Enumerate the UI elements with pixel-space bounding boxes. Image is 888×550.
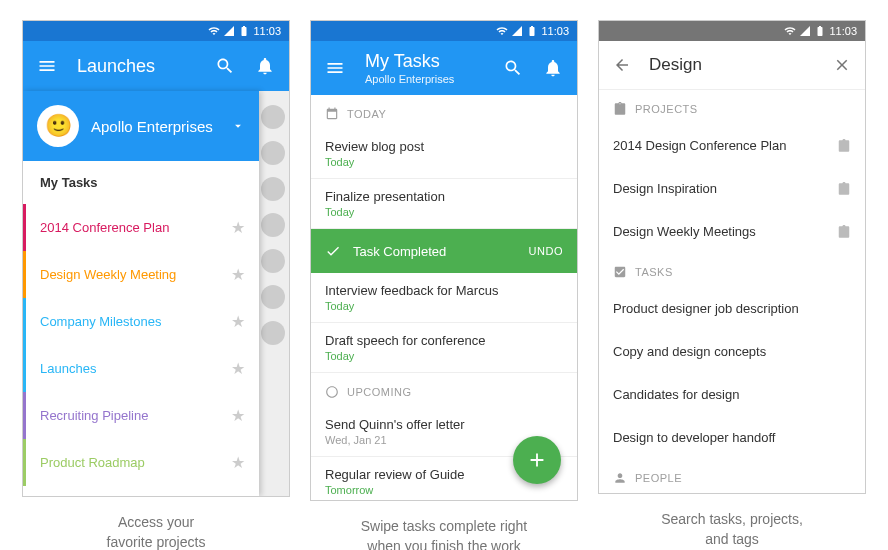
battery-icon — [814, 25, 826, 37]
section-tasks: TASKS — [599, 253, 865, 287]
avatar: 🙂 — [37, 105, 79, 147]
nav-my-tasks[interactable]: My Tasks — [23, 161, 259, 204]
task-meta: Today — [325, 156, 563, 168]
search-result-project[interactable]: Design Inspiration — [599, 167, 865, 210]
project-label: Product Roadmap — [40, 455, 231, 470]
task-item[interactable]: Finalize presentationToday — [311, 179, 577, 229]
bell-icon[interactable] — [255, 56, 275, 76]
task-meta: Today — [325, 350, 563, 362]
project-label: 2014 Conference Plan — [40, 220, 231, 235]
status-bar: 11:03 — [311, 21, 577, 41]
nav-view-all[interactable]: View All Projects — [23, 486, 259, 497]
person-icon — [613, 471, 627, 485]
project-label: Design Weekly Meeting — [40, 267, 231, 282]
task-item[interactable]: Interview feedback for MarcusToday — [311, 273, 577, 323]
clipboard-icon — [837, 182, 851, 196]
wifi-icon — [496, 25, 508, 37]
caption: Search tasks, projects,and tags — [598, 510, 866, 549]
battery-icon — [526, 25, 538, 37]
menu-icon[interactable] — [37, 56, 57, 76]
wifi-icon — [784, 25, 796, 37]
project-label: Launches — [40, 361, 231, 376]
menu-icon[interactable] — [325, 58, 345, 78]
section-today: TODAY — [311, 95, 577, 129]
completed-message: Task Completed — [353, 244, 517, 259]
search-input[interactable]: Design — [649, 55, 815, 75]
star-icon[interactable]: ★ — [231, 312, 245, 331]
task-title: Send Quinn's offer letter — [325, 417, 563, 432]
completed-banner: Task Completed UNDO — [311, 229, 577, 273]
signal-icon — [511, 25, 523, 37]
search-result-task[interactable]: Design to developer handoff — [599, 416, 865, 459]
caption: Access yourfavorite projects — [22, 513, 290, 550]
clipboard-icon — [837, 225, 851, 239]
star-icon[interactable]: ★ — [231, 406, 245, 425]
task-title: Finalize presentation — [325, 189, 563, 204]
status-bar: 11:03 — [23, 21, 289, 41]
section-people: PEOPLE — [599, 459, 865, 493]
star-icon[interactable]: ★ — [231, 453, 245, 472]
battery-icon — [238, 25, 250, 37]
project-label: Recruiting Pipeline — [40, 408, 231, 423]
fab-add-task[interactable] — [513, 436, 561, 484]
screen-launches: 11:03 Launches 🙂 Apollo Enterprises — [22, 20, 290, 497]
sidebar-project[interactable]: 2014 Conference Plan★ — [23, 204, 259, 251]
status-time: 11:03 — [829, 25, 857, 37]
sidebar-project[interactable]: Design Weekly Meeting★ — [23, 251, 259, 298]
close-icon[interactable] — [833, 56, 851, 74]
task-item[interactable]: Draft speech for conferenceToday — [311, 323, 577, 373]
sidebar-project[interactable]: Product Roadmap★ — [23, 439, 259, 486]
screen-search: 11:03 Design PROJECTS 2014 Design Confer… — [598, 20, 866, 494]
background-avatars — [257, 91, 289, 496]
caption: Swipe tasks complete rightwhen you finis… — [310, 517, 578, 550]
signal-icon — [223, 25, 235, 37]
app-bar: Launches — [23, 41, 289, 91]
navigation-drawer: 🙂 Apollo Enterprises My Tasks 2014 Confe… — [23, 91, 259, 496]
search-bar: Design — [599, 41, 865, 90]
circle-icon — [325, 385, 339, 399]
project-label: Company Milestones — [40, 314, 231, 329]
screen-my-tasks: 11:03 My Tasks Apollo Enterprises TODAY … — [310, 20, 578, 501]
calendar-icon — [325, 107, 339, 121]
wifi-icon — [208, 25, 220, 37]
checkbox-icon — [613, 265, 627, 279]
star-icon[interactable]: ★ — [231, 218, 245, 237]
bell-icon[interactable] — [543, 58, 563, 78]
search-result-task[interactable]: Copy and design concepts — [599, 330, 865, 373]
star-icon[interactable]: ★ — [231, 359, 245, 378]
plus-icon — [526, 449, 548, 471]
clipboard-icon — [613, 102, 627, 116]
search-icon[interactable] — [215, 56, 235, 76]
status-time: 11:03 — [541, 25, 569, 37]
task-title: Interview feedback for Marcus — [325, 283, 563, 298]
app-title: My Tasks — [365, 51, 483, 72]
section-upcoming: UPCOMING — [311, 373, 577, 407]
clipboard-icon — [837, 139, 851, 153]
search-result-project[interactable]: Design Weekly Meetings — [599, 210, 865, 253]
task-title: Review blog post — [325, 139, 563, 154]
chevron-down-icon — [231, 119, 245, 133]
org-name: Apollo Enterprises — [91, 118, 219, 135]
app-title: Launches — [77, 56, 195, 77]
search-result-task[interactable]: Product designer job description — [599, 287, 865, 330]
app-subtitle: Apollo Enterprises — [365, 73, 483, 85]
sidebar-project[interactable]: Launches★ — [23, 345, 259, 392]
back-icon[interactable] — [613, 56, 631, 74]
star-icon[interactable]: ★ — [231, 265, 245, 284]
sidebar-project[interactable]: Recruiting Pipeline★ — [23, 392, 259, 439]
task-item[interactable]: Review blog postToday — [311, 129, 577, 179]
section-projects: PROJECTS — [599, 90, 865, 124]
task-meta: Today — [325, 206, 563, 218]
task-meta: Today — [325, 300, 563, 312]
check-icon — [325, 243, 341, 259]
search-result-project[interactable]: 2014 Design Conference Plan — [599, 124, 865, 167]
org-switcher[interactable]: 🙂 Apollo Enterprises — [23, 91, 259, 161]
undo-button[interactable]: UNDO — [529, 245, 563, 257]
search-result-task[interactable]: Candidates for design — [599, 373, 865, 416]
task-meta: Tomorrow — [325, 484, 563, 496]
signal-icon — [799, 25, 811, 37]
sidebar-project[interactable]: Company Milestones★ — [23, 298, 259, 345]
search-icon[interactable] — [503, 58, 523, 78]
app-bar: My Tasks Apollo Enterprises — [311, 41, 577, 95]
status-time: 11:03 — [253, 25, 281, 37]
